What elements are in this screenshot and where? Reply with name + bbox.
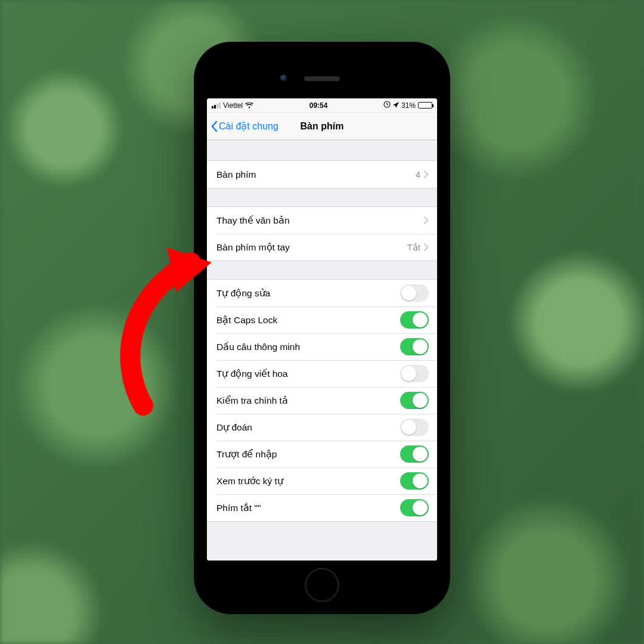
home-button[interactable] — [305, 568, 339, 602]
page-title: Bàn phím — [301, 121, 344, 132]
row-toggle: Trượt để nhập — [207, 441, 437, 467]
phone-camera — [280, 75, 287, 82]
toggle-switch[interactable] — [400, 499, 429, 516]
row-detail: Tắt — [407, 242, 420, 253]
group-toggles: Tự động sửaBật Caps LockDấu câu thông mi… — [207, 279, 437, 522]
clock: 09:54 — [309, 101, 328, 110]
row-label: Phím tắt "" — [216, 503, 400, 513]
chevron-right-icon — [424, 243, 429, 251]
row-toggle: Tự động viết hoa — [207, 360, 437, 387]
row-toggle: Bật Caps Lock — [207, 306, 437, 333]
toggle-switch[interactable] — [400, 472, 429, 490]
signal-icon — [212, 103, 221, 109]
wifi-icon — [245, 103, 253, 109]
row-label: Kiểm tra chính tả — [216, 395, 400, 406]
group-text: Thay thế văn bản Bàn phím một tay Tắt — [207, 206, 437, 261]
carrier-label: Viettel — [223, 101, 243, 110]
settings-content[interactable]: Bàn phím 4 Thay thế văn bản Bàn phím một… — [207, 140, 437, 561]
row-label: Dấu câu thông minh — [216, 342, 400, 352]
back-label: Cài đặt chung — [219, 120, 278, 132]
toggle-switch[interactable] — [400, 311, 429, 329]
row-toggle: Phím tắt "" — [207, 494, 437, 521]
row-label: Thay thế văn bản — [216, 215, 424, 226]
row-label: Tự động sửa — [216, 288, 400, 299]
toggle-switch[interactable] — [400, 392, 429, 409]
status-bar: Viettel 09:54 31% — [207, 98, 437, 113]
toggle-switch[interactable] — [400, 284, 429, 302]
row-toggle: Kiểm tra chính tả — [207, 387, 437, 414]
row-label: Bật Caps Lock — [216, 315, 400, 326]
row-one-handed-keyboard[interactable]: Bàn phím một tay Tắt — [207, 234, 437, 261]
row-toggle: Xem trước ký tự — [207, 467, 437, 494]
location-icon — [393, 101, 399, 110]
row-label: Tự động viết hoa — [216, 369, 400, 379]
toggle-switch[interactable] — [400, 365, 429, 382]
battery-icon — [418, 102, 432, 109]
row-detail: 4 — [416, 169, 420, 179]
row-toggle: Dấu câu thông minh — [207, 333, 437, 360]
nav-bar: Cài đặt chung Bàn phím — [207, 113, 437, 140]
chevron-right-icon — [424, 171, 429, 178]
row-keyboards[interactable]: Bàn phím 4 — [207, 161, 437, 188]
battery-percent: 31% — [401, 101, 416, 110]
toggle-switch[interactable] — [400, 419, 429, 436]
back-button[interactable]: Cài đặt chung — [210, 113, 278, 140]
phone-speaker — [304, 76, 340, 81]
row-toggle: Dự đoán — [207, 414, 437, 441]
row-label: Trượt để nhập — [216, 449, 400, 460]
row-label: Dự đoán — [216, 422, 400, 433]
toggle-switch[interactable] — [400, 338, 429, 355]
toggle-switch[interactable] — [400, 445, 429, 463]
row-label: Xem trước ký tự — [216, 476, 400, 487]
group-keyboards: Bàn phím 4 — [207, 160, 437, 188]
row-toggle: Tự động sửa — [207, 280, 437, 306]
row-text-replacement[interactable]: Thay thế văn bản — [207, 207, 437, 234]
chevron-right-icon — [424, 216, 429, 224]
row-label: Bàn phím — [216, 169, 416, 180]
rotation-lock-icon — [383, 101, 391, 110]
row-label: Bàn phím một tay — [216, 242, 407, 253]
phone-frame: Viettel 09:54 31% Cài đặt chung — [194, 42, 450, 614]
phone-screen: Viettel 09:54 31% Cài đặt chung — [207, 98, 437, 561]
